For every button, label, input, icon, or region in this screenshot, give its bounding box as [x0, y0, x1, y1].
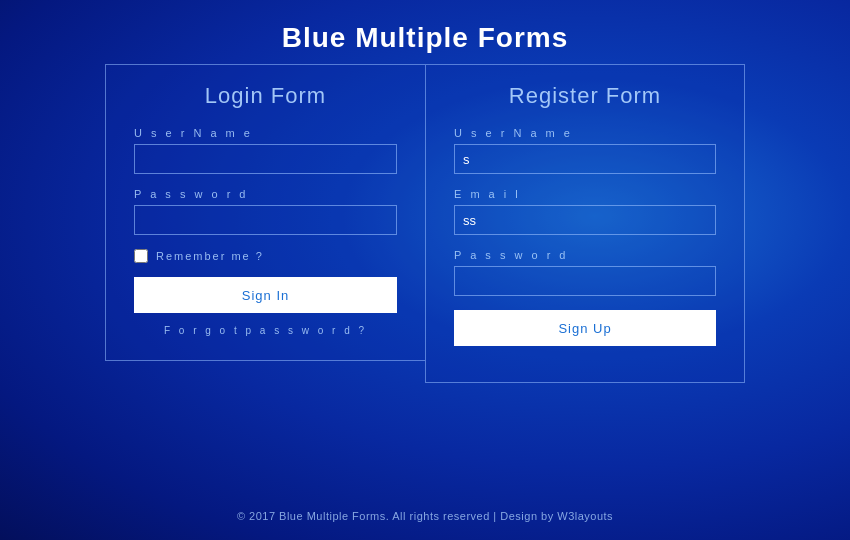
- forgot-password-link[interactable]: F o r g o t p a s s w o r d ?: [134, 325, 397, 336]
- register-form-title: Register Form: [454, 83, 716, 109]
- remember-label: Remember me ?: [156, 250, 264, 262]
- login-form-title: Login Form: [134, 83, 397, 109]
- forms-container: Login Form U s e r N a m e P a s s w o r…: [0, 54, 850, 510]
- login-password-input[interactable]: [134, 205, 397, 235]
- login-username-input[interactable]: [134, 144, 397, 174]
- register-email-input[interactable]: [454, 205, 716, 235]
- remember-row: Remember me ?: [134, 249, 397, 263]
- login-password-label: P a s s w o r d: [134, 188, 397, 200]
- register-email-group: E m a i l: [454, 188, 716, 235]
- login-username-group: U s e r N a m e: [134, 127, 397, 174]
- register-password-label: P a s s w o r d: [454, 249, 716, 261]
- register-submit-button[interactable]: Sign Up: [454, 310, 716, 346]
- page-title: Blue Multiple Forms: [282, 22, 569, 54]
- register-email-label: E m a i l: [454, 188, 716, 200]
- login-password-group: P a s s w o r d: [134, 188, 397, 235]
- login-username-label: U s e r N a m e: [134, 127, 397, 139]
- register-form-panel: Register Form U s e r N a m e E m a i l …: [425, 64, 745, 383]
- register-username-label: U s e r N a m e: [454, 127, 716, 139]
- register-password-group: P a s s w o r d: [454, 249, 716, 296]
- register-username-input[interactable]: [454, 144, 716, 174]
- register-password-input[interactable]: [454, 266, 716, 296]
- register-username-group: U s e r N a m e: [454, 127, 716, 174]
- login-submit-button[interactable]: Sign In: [134, 277, 397, 313]
- remember-checkbox[interactable]: [134, 249, 148, 263]
- footer-text: © 2017 Blue Multiple Forms. All rights r…: [237, 510, 613, 526]
- login-form-panel: Login Form U s e r N a m e P a s s w o r…: [105, 64, 425, 361]
